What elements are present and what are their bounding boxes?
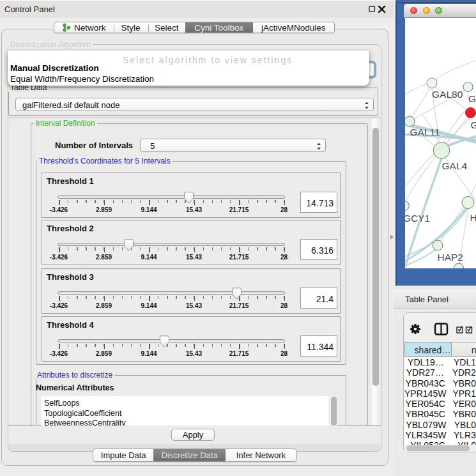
svg-text:HAP2: HAP2 <box>438 252 464 263</box>
svg-text:G.: G. <box>468 93 476 104</box>
svg-text:H: H <box>470 212 476 223</box>
svg-text:G: G <box>471 119 476 130</box>
svg-text:GAL4: GAL4 <box>442 160 468 171</box>
svg-text:GAL80: GAL80 <box>432 89 463 100</box>
svg-text:GAL11: GAL11 <box>410 127 440 137</box>
svg-text:GCY1: GCY1 <box>405 213 430 224</box>
